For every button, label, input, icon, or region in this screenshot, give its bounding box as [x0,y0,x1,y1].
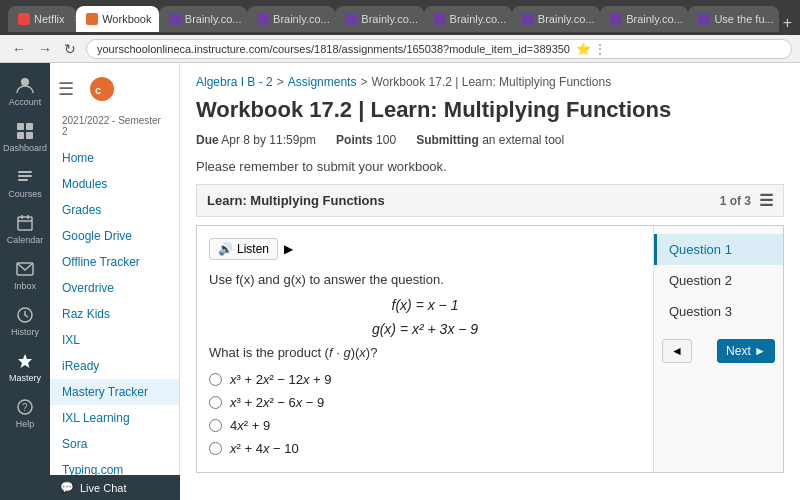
url-text: yourschoolonlineca.instructure.com/cours… [97,43,570,55]
reload-button[interactable]: ↻ [60,39,80,59]
brainly-favicon-3 [345,13,357,25]
live-chat-button[interactable]: 💬 Live Chat [50,475,180,500]
meta-row: Due Apr 8 by 11:59pm Points 100 Submitti… [196,133,784,147]
nav-buttons: ← → ↻ [8,39,80,59]
tab-label-brainly6: Brainly.co... [626,13,683,25]
nav-link-google-drive[interactable]: Google Drive [50,223,179,249]
svg-rect-8 [18,217,32,230]
dashboard-label: Dashboard [3,143,47,153]
tab-label-netflix: Netflix [34,13,65,25]
question-nav-panel: Question 1 Question 2 Question 3 ◄ Next … [653,226,783,472]
nav-link-iready[interactable]: iReady [50,353,179,379]
canvas-favicon [86,13,98,25]
page-title: Workbook 17.2 | Learn: Multiplying Funct… [196,97,784,123]
svg-marker-14 [18,354,32,368]
sidebar-icon-calendar[interactable]: Calendar [0,207,50,251]
tab-brainly4[interactable]: Brainly.co... ✕ [424,6,512,32]
main-content: Algebra I B - 2 > Assignments > Workbook… [180,63,800,500]
svg-rect-6 [18,175,32,177]
svg-rect-7 [18,179,28,181]
sidebar-icon-mastery[interactable]: Mastery [0,345,50,389]
breadcrumb-sep1: > [277,75,284,89]
brainly-favicon-6 [610,13,622,25]
hamburger-icon[interactable]: ☰ [58,78,74,100]
icon-sidebar: Account Dashboard Courses [0,63,50,500]
question-area: 🔊 Listen ▶ Use f(x) and g(x) to answer t… [197,226,653,472]
tab-netflix[interactable]: Netflix ✕ [8,6,76,32]
brainly-favicon-1 [169,13,181,25]
mastery-label: Mastery [9,373,41,383]
semester-label: 2021/2022 - Semester 2 [50,111,179,145]
breadcrumb-part1[interactable]: Algebra I B - 2 [196,75,273,89]
sidebar-icon-inbox[interactable]: Inbox [0,253,50,297]
nav-sidebar: ☰ c 2021/2022 - Semester 2 Home Modules … [50,63,180,500]
netflix-favicon [18,13,30,25]
q-nav-item-3[interactable]: Question 3 [654,296,783,327]
breadcrumb-part2[interactable]: Assignments [288,75,357,89]
nav-link-grades[interactable]: Grades [50,197,179,223]
submitting-label: Submitting [416,133,479,147]
radio-2[interactable] [209,396,222,409]
url-bar[interactable]: yourschoolonlineca.instructure.com/cours… [86,39,792,59]
nav-link-sora[interactable]: Sora [50,431,179,457]
sidebar-icon-account[interactable]: Account [0,69,50,113]
nav-link-offline-tracker[interactable]: Offline Tracker [50,249,179,275]
tab-label-brainly3: Brainly.co... [361,13,418,25]
nav-link-overdrive[interactable]: Overdrive [50,275,179,301]
radio-4[interactable] [209,442,222,455]
nav-link-modules[interactable]: Modules [50,171,179,197]
tab-brainly1[interactable]: Brainly.co... ✕ [159,6,247,32]
tab-brainly5[interactable]: Brainly.co... ✕ [512,6,600,32]
tab-use[interactable]: Use the fu... ✕ [688,6,778,32]
tab-workbook[interactable]: Workbook ✕ [76,6,159,32]
nav-link-raz-kids[interactable]: Raz Kids [50,301,179,327]
back-button[interactable]: ← [8,39,30,59]
calendar-label: Calendar [7,235,44,245]
svg-rect-3 [17,132,24,139]
svg-rect-2 [26,123,33,130]
nav-link-ixl[interactable]: IXL [50,327,179,353]
tab-label-brainly5: Brainly.co... [538,13,595,25]
answer-option-4[interactable]: x² + 4x − 10 [209,437,641,460]
url-icons: ⭐ ⋮ [576,42,606,56]
calendar-icon [15,213,35,233]
list-view-icon[interactable]: ☰ [759,191,773,210]
due-label: Due [196,133,219,147]
chat-icon: 💬 [60,481,74,494]
tab-brainly6[interactable]: Brainly.co... ✕ [600,6,688,32]
breadcrumb-sep2: > [360,75,367,89]
account-icon [15,75,35,95]
browser-chrome: Netflix ✕ Workbook ✕ Brainly.co... ✕ Bra… [0,0,800,35]
use-favicon [698,13,710,25]
new-tab-button[interactable]: + [783,14,792,32]
radio-3[interactable] [209,419,222,432]
answer-option-1[interactable]: x³ + 2x² − 12x + 9 [209,368,641,391]
sidebar-icon-dashboard[interactable]: Dashboard [0,115,50,159]
tab-brainly3[interactable]: Brainly.co... ✕ [335,6,423,32]
sidebar-icon-help[interactable]: ? Help [0,391,50,435]
sidebar-icon-history[interactable]: History [0,299,50,343]
courses-label: Courses [8,189,42,199]
option-4-label: x² + 4x − 10 [230,441,299,456]
forward-button[interactable]: → [34,39,56,59]
svg-point-0 [21,78,29,86]
nav-link-home[interactable]: Home [50,145,179,171]
radio-1[interactable] [209,373,222,386]
answer-option-3[interactable]: 4x² + 9 [209,414,641,437]
svg-point-17 [90,77,114,101]
tab-brainly2[interactable]: Brainly.co... ✕ [247,6,335,32]
play-button[interactable]: ▶ [284,242,293,256]
q-prev-button[interactable]: ◄ [662,339,692,363]
q-nav-item-1[interactable]: Question 1 [654,234,783,265]
inbox-icon [15,259,35,279]
live-chat-label: Live Chat [80,482,126,494]
speaker-icon: 🔊 [218,242,233,256]
sidebar-icon-courses[interactable]: Courses [0,161,50,205]
q-nav-item-2[interactable]: Question 2 [654,265,783,296]
listen-button[interactable]: 🔊 Listen [209,238,278,260]
nav-link-mastery-tracker[interactable]: Mastery Tracker [50,379,179,405]
tabs-row: Netflix ✕ Workbook ✕ Brainly.co... ✕ Bra… [8,4,792,32]
answer-option-2[interactable]: x³ + 2x² − 6x − 9 [209,391,641,414]
q-next-button[interactable]: Next ► [717,339,775,363]
nav-link-ixl-learning[interactable]: IXL Learning [50,405,179,431]
